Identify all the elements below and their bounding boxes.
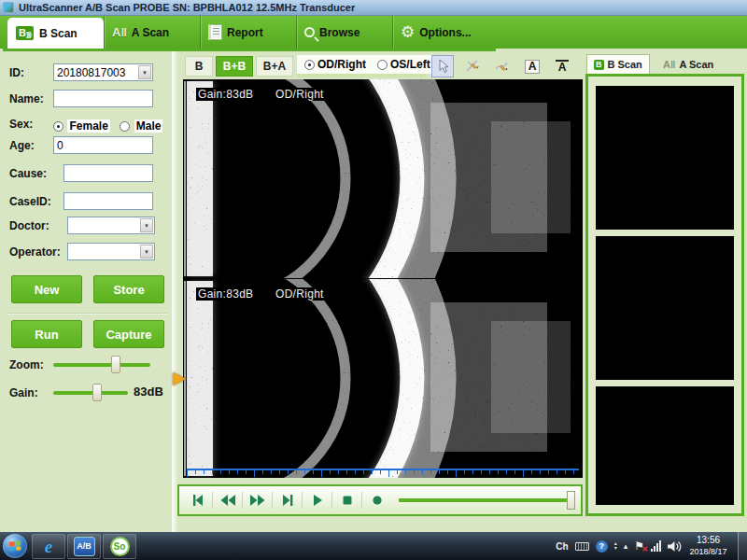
right-b-scan-icon: B — [594, 60, 604, 70]
internet-explorer-icon: e — [45, 538, 52, 555]
help-icon[interactable]: ? — [596, 540, 608, 553]
text-annotation-tool-button[interactable]: A — [521, 55, 543, 77]
cursor-tool-button[interactable] — [431, 55, 454, 77]
doctor-dropdown-arrow-icon[interactable]: ▼ — [140, 218, 153, 232]
mode-tab-b+b[interactable]: B+B — [216, 56, 253, 77]
run-button[interactable]: Run — [11, 320, 82, 348]
stop-button[interactable] — [334, 489, 359, 511]
od-right-label: OD/Right — [317, 58, 366, 71]
tab-options[interactable]: ⚙ Options... — [392, 16, 488, 49]
scan1-gain-overlay: Gain:83dB — [196, 88, 255, 101]
gain-value: 83dB — [134, 385, 163, 399]
operator-combobox[interactable]: ▼ — [67, 243, 155, 260]
measure-line-tool-button[interactable] — [461, 55, 484, 77]
taskbar-ab-scan-button[interactable]: A/B — [67, 534, 101, 559]
id-dropdown-arrow-icon[interactable]: ▼ — [138, 65, 151, 79]
rewind-button[interactable] — [215, 489, 240, 511]
scan2-gain-overlay: Gain:83dB — [196, 287, 255, 301]
name-label: Name: — [9, 92, 44, 105]
name-field[interactable] — [53, 90, 153, 107]
speaker-icon[interactable] — [668, 540, 682, 553]
tab-b-scan-label: B Scan — [39, 27, 78, 40]
b-scan-image-2[interactable] — [183, 279, 583, 478]
ultrasound-viewport[interactable]: Gain:83dB OD/Right Gain:83dB OD/Right — [183, 79, 583, 478]
od-right-option[interactable]: OD/Right — [304, 58, 366, 71]
taskbar-ie-button[interactable]: e — [32, 534, 65, 559]
female-radio[interactable] — [53, 121, 63, 132]
cause-field[interactable] — [63, 164, 153, 182]
right-tab-b-scan[interactable]: B B Scan — [586, 54, 650, 74]
operator-dropdown-arrow-icon[interactable]: ▼ — [140, 245, 153, 259]
text-a-overline-icon: A — [556, 60, 570, 74]
female-radio-label[interactable]: Female — [67, 119, 109, 133]
patient-sidebar: ID: 20180817003 ▼ Name: Sex: Female Male — [3, 51, 174, 529]
thumbnail-1[interactable] — [596, 86, 734, 230]
caseid-field[interactable] — [63, 192, 153, 210]
skip-end-icon — [281, 495, 294, 506]
tab-report[interactable]: Report — [200, 16, 296, 49]
od-right-radio[interactable] — [304, 60, 315, 70]
cursor-icon — [436, 59, 450, 74]
age-field[interactable] — [53, 136, 153, 154]
taskbar-clock[interactable]: 13:56 2018/8/17 — [683, 534, 734, 558]
search-icon — [304, 27, 315, 37]
mode-tab-b+a[interactable]: B+A — [256, 56, 293, 77]
gear-icon: ⚙ — [401, 24, 415, 40]
fast-forward-button[interactable] — [245, 489, 270, 511]
right-tab-a-scan-label: A Scan — [679, 59, 713, 70]
doctor-combobox[interactable]: ▼ — [67, 217, 155, 234]
measure-curve-tool-button[interactable] — [491, 55, 514, 77]
show-desktop-button[interactable] — [738, 532, 747, 560]
zoom-slider[interactable] — [53, 363, 150, 367]
frame-slider[interactable] — [399, 490, 575, 511]
frame-slider-handle[interactable] — [567, 491, 575, 510]
right-tab-b-scan-label: B Scan — [608, 59, 642, 70]
play-icon — [312, 495, 323, 506]
record-button[interactable] — [364, 489, 389, 511]
keyboard-icon[interactable] — [575, 542, 589, 551]
cause-label: Cause: — [9, 167, 47, 180]
action-center-flag-icon[interactable]: ⚑✕ — [634, 540, 644, 552]
frame-slider-track — [399, 498, 570, 502]
operator-label: Operator: — [9, 245, 61, 259]
gain-label: Gain: — [9, 386, 38, 399]
sync-arrows-icon[interactable]: ▴▾ — [614, 541, 617, 552]
show-hidden-icons[interactable]: ▴ — [624, 541, 628, 551]
taskbar-sogou-button[interactable]: So — [103, 534, 136, 559]
tab-a-scan[interactable]: A‖ A Scan — [104, 16, 200, 49]
play-button[interactable] — [304, 489, 330, 511]
male-radio[interactable] — [120, 121, 130, 132]
sogou-icon: So — [110, 537, 130, 556]
scan1-eye-overlay: OD/Right — [274, 88, 326, 101]
thumbnail-2[interactable] — [596, 236, 734, 380]
skip-end-button[interactable] — [275, 489, 300, 511]
tab-browse[interactable]: Browse — [296, 16, 392, 49]
tab-b-scan[interactable]: B))) B Scan — [7, 18, 104, 49]
skip-start-button[interactable] — [185, 489, 210, 511]
os-left-radio[interactable] — [377, 60, 388, 70]
male-radio-label[interactable]: Male — [134, 119, 163, 133]
taskbar: e A/B So Ch ? ▴▾ ▴ ⚑✕ 13:56 2018/8/17 — [0, 532, 747, 560]
network-signal-icon[interactable] — [651, 540, 661, 552]
sidebar-divider — [7, 313, 167, 315]
text-overline-tool-button[interactable]: A — [551, 55, 573, 77]
tab-browse-label: Browse — [319, 26, 359, 39]
record-icon — [372, 495, 383, 506]
right-tab-a-scan[interactable]: A‖ A Scan — [656, 54, 720, 74]
thumbnail-panel: B B Scan A‖ A Scan — [585, 54, 744, 532]
zoom-slider-thumb[interactable] — [111, 356, 120, 373]
new-button[interactable]: New — [11, 275, 82, 303]
store-button[interactable]: Store — [93, 275, 164, 303]
b-scan-image-1[interactable] — [183, 79, 583, 278]
gain-slider-thumb[interactable] — [92, 384, 102, 401]
start-button[interactable] — [3, 534, 27, 558]
language-indicator[interactable]: Ch — [556, 541, 568, 552]
os-left-option[interactable]: OS/Left — [377, 58, 430, 71]
gain-slider[interactable] — [53, 391, 128, 395]
capture-button[interactable]: Capture — [93, 320, 164, 348]
mode-tab-b[interactable]: B — [185, 56, 213, 77]
sex-label: Sex: — [9, 118, 33, 131]
thumbnail-3[interactable] — [596, 386, 734, 505]
id-label: ID: — [9, 66, 24, 79]
id-combobox[interactable]: 20180817003 ▼ — [53, 63, 153, 81]
